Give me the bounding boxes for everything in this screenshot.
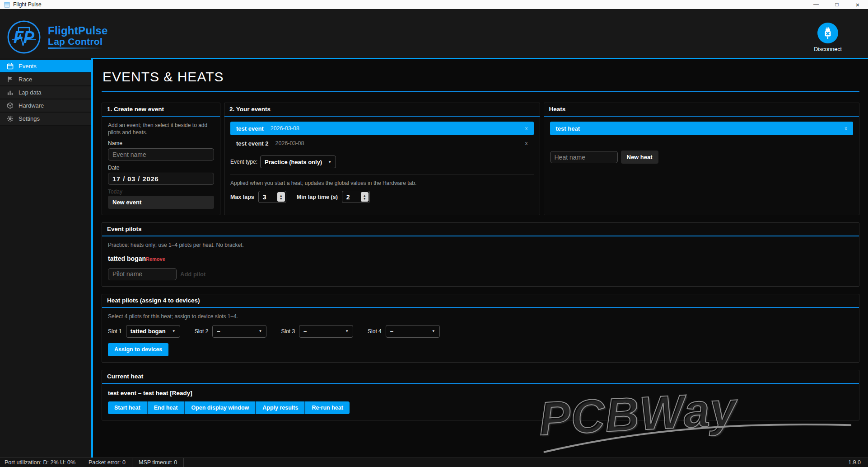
app-window: Flight Pulse — □ × FP FlightPulse Lap Co…	[0, 0, 868, 467]
create-event-panel: 1. Create new event Add an event; then s…	[102, 103, 220, 215]
flag-icon	[6, 76, 14, 83]
delete-event-icon[interactable]: x	[525, 125, 528, 132]
slot4-select[interactable]: – ▼	[386, 325, 440, 338]
heat-name: test heat	[556, 125, 580, 132]
new-heat-button[interactable]: New heat	[621, 151, 658, 164]
current-heat-title: Current heat	[102, 370, 859, 384]
spin-up-icon[interactable]: ▲	[363, 194, 366, 197]
sidebar-item-label: Hardware	[19, 102, 44, 109]
spin-down-icon[interactable]: ▼	[363, 197, 366, 200]
bar-chart-icon	[6, 89, 14, 96]
current-heat-panel: Current heat test event – test heat [Rea…	[102, 370, 859, 420]
your-events-title: 2. Your events	[224, 103, 540, 117]
app-version: 1.9.0	[848, 459, 868, 466]
event-pilots-title: Event pilots	[102, 223, 859, 236]
assign-to-devices-button[interactable]: Assign to devices	[108, 343, 168, 356]
event-pilots-panel: Event pilots Practice: heats only; use 1…	[102, 222, 859, 286]
event-type-select[interactable]: Practice (heats only) ▼	[260, 156, 336, 168]
event-date-input[interactable]	[108, 173, 214, 185]
disconnect-label: Disconnect	[814, 46, 842, 52]
max-laps-stepper[interactable]: 3 ▲ ▼	[258, 191, 286, 203]
chevron-down-icon: ▼	[172, 329, 176, 333]
spin-up-icon[interactable]: ▲	[280, 194, 283, 197]
pilot-name: tatted bogan	[108, 255, 146, 262]
min-lap-stepper[interactable]: 2 ▲ ▼	[342, 191, 370, 203]
stepper-buttons[interactable]: ▲ ▼	[277, 192, 285, 202]
app-logo: FP FlightPulse Lap Control	[6, 19, 108, 55]
port-utilization-status: Port utilization: D: 2% U: 0%	[0, 458, 82, 467]
maximize-button[interactable]: □	[826, 0, 847, 9]
heat-pilots-note: Select 4 pilots for this heat; assign to…	[108, 313, 853, 320]
stepper-buttons[interactable]: ▲ ▼	[361, 192, 369, 202]
applied-note: Applied when you start a heat; updates t…	[230, 179, 534, 187]
sidebar-item-events[interactable]: Events	[0, 60, 91, 73]
brand-text: FlightPulse Lap Control	[48, 25, 108, 49]
open-display-window-button[interactable]: Open display window	[185, 401, 255, 414]
event-pilots-note: Practice: heats only; use 1–4 pilots per…	[108, 241, 853, 249]
sidebar-item-lap-data[interactable]: Lap data	[0, 86, 91, 99]
gear-icon	[6, 115, 14, 123]
heat-pilots-panel: Heat pilots (assign 4 to devices) Select…	[102, 294, 859, 363]
delete-event-icon[interactable]: x	[525, 140, 528, 146]
event-name: test event	[236, 125, 264, 132]
app-header: FP FlightPulse Lap Control Disconnect	[0, 9, 868, 58]
date-label: Date	[108, 165, 214, 171]
calendar-icon	[6, 63, 14, 70]
apply-results-button[interactable]: Apply results	[256, 401, 304, 414]
flightpulse-logo-icon: FP	[6, 19, 42, 55]
sidebar-item-label: Lap data	[19, 89, 42, 96]
rerun-heat-button[interactable]: Re-run heat	[305, 401, 349, 414]
create-event-title: 1. Create new event	[102, 103, 220, 117]
usb-disconnect-icon[interactable]	[817, 23, 838, 43]
event-name-input[interactable]	[108, 148, 214, 160]
heat-name-input[interactable]	[550, 151, 618, 163]
start-heat-button[interactable]: Start heat	[108, 401, 147, 414]
sidebar-item-label: Events	[19, 63, 37, 70]
disconnect-button[interactable]: Disconnect	[814, 23, 842, 52]
close-button[interactable]: ×	[847, 0, 868, 9]
chevron-down-icon: ▼	[258, 329, 262, 333]
pilot-name-input[interactable]	[108, 268, 177, 280]
max-laps-label: Max laps	[230, 194, 254, 200]
minimize-button[interactable]: —	[806, 0, 826, 9]
heat-pilots-title: Heat pilots (assign 4 to devices)	[102, 294, 859, 308]
your-events-panel: 2. Your events test event 2026-03-08 x t…	[224, 103, 540, 215]
min-lap-label: Min lap time (s)	[297, 194, 338, 200]
slot2-label: Slot 2	[195, 328, 209, 335]
delete-heat-icon[interactable]: x	[845, 125, 847, 132]
sidebar: Events Race	[0, 58, 93, 458]
chevron-down-icon: ▼	[345, 329, 349, 333]
sidebar-item-settings[interactable]: Settings	[0, 113, 91, 126]
event-type-label: Event type:	[230, 159, 257, 165]
add-pilot-button[interactable]: Add pilot	[180, 271, 205, 278]
heats-title: Heats	[544, 103, 859, 117]
packet-error-status: Packet error: 0	[82, 458, 132, 467]
sidebar-item-race[interactable]: Race	[0, 73, 91, 86]
slot1-label: Slot 1	[108, 328, 122, 335]
app-icon	[4, 2, 10, 8]
event-name: test event 2	[236, 140, 269, 147]
slot3-select[interactable]: – ▼	[299, 325, 353, 338]
slot4-label: Slot 4	[368, 328, 382, 335]
msp-timeout-status: MSP timeout: 0	[132, 458, 184, 467]
slot1-select[interactable]: tatted bogan ▼	[126, 325, 180, 338]
heat-row[interactable]: test heat x	[550, 122, 854, 135]
event-row[interactable]: test event 2 2026-03-08 x	[230, 137, 534, 150]
sidebar-item-hardware[interactable]: Hardware	[0, 99, 91, 113]
end-heat-button[interactable]: End heat	[148, 401, 184, 414]
heat-actions: Start heat End heat Open display window …	[108, 401, 350, 414]
svg-text:FP: FP	[14, 28, 35, 47]
window-controls: — □ ×	[806, 0, 868, 9]
event-row[interactable]: test event 2026-03-08 x	[230, 122, 534, 135]
spin-down-icon[interactable]: ▼	[280, 197, 283, 200]
today-button[interactable]: Today	[108, 189, 214, 195]
page-title: EVENTS & HEATS	[102, 66, 859, 92]
brand-line2: Lap Control	[48, 37, 103, 49]
event-date: 2026-03-08	[275, 140, 304, 146]
hardware-box-icon	[6, 102, 14, 109]
remove-pilot-button[interactable]: Remove	[146, 256, 165, 262]
titlebar: Flight Pulse — □ ×	[0, 0, 868, 9]
name-label: Name	[108, 140, 214, 146]
new-event-button[interactable]: New event	[108, 196, 214, 209]
slot2-select[interactable]: – ▼	[212, 325, 266, 338]
